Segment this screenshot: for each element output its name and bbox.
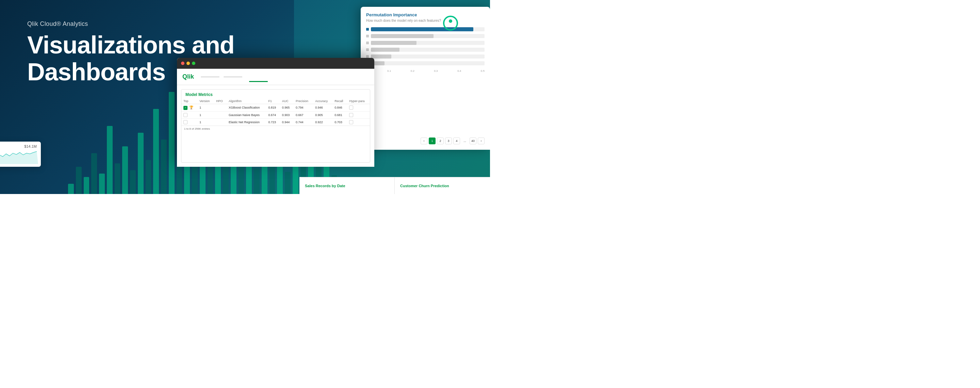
chart-bar [192,165,198,194]
col-hyper: Hyper-para [347,99,370,104]
cell-precision: 0.744 [294,118,313,126]
perm-bar-label [366,48,369,51]
cell-checkbox[interactable] [181,111,197,118]
permutation-bar-row [366,34,485,38]
perm-bar-label [366,41,369,44]
perm-bar-label [366,55,369,58]
cell-hpo [214,111,227,118]
cell-hyper[interactable] [347,118,370,126]
chart-bar [76,167,82,194]
bottom-bar: Sales Records by Date Customer Churn Pre… [299,177,490,194]
sales-records-panel: Sales Records by Date [299,177,395,194]
cell-f1: 0.819 [266,104,280,111]
svg-point-1 [449,19,452,23]
permutation-bar-row [366,41,485,45]
table-row: ✓ 🏆 1 XGBoost Classification 0.819 0.965… [181,104,370,111]
table-header-row: Top Version HPO Algorithm F1 AUC Precisi… [181,99,370,104]
model-metrics-panel: Model Metrics Top Version HPO Algorithm … [181,89,370,163]
cell-accuracy: 0.946 [313,104,332,111]
window-content: Model Metrics Top Version HPO Algorithm … [177,85,374,167]
cell-auc: 0.965 [280,104,294,111]
col-algorithm: Algorithm [227,99,266,104]
customer-churn-panel: Customer Churn Prediction [395,177,490,194]
chart-bar [107,126,113,194]
perm-bar-label [366,28,369,31]
cell-checkbox[interactable] [181,118,197,126]
permutation-bar-row [366,54,485,59]
cell-precision: 0.794 [294,104,313,111]
perm-bar-fill [371,41,417,45]
cell-hpo [214,118,227,126]
nav-tab-active[interactable] [249,81,268,82]
svg-marker-3 [0,151,38,164]
profit-chart [0,150,41,167]
metrics-table: Top Version HPO Algorithm F1 AUC Precisi… [181,99,370,126]
pagination-page-3[interactable]: 3 [445,137,452,144]
cell-f1: 0.674 [266,111,280,118]
cell-recall: 0.846 [332,104,347,111]
cell-version: 1 [197,104,214,111]
table-row: 1 Gaussian Naive Bayes 0.674 0.903 0.667… [181,111,370,118]
hero-subtitle: Qlik Cloud® Analytics [27,21,234,27]
perm-bar-label [366,35,369,37]
profit-chart-svg [0,150,38,164]
chart-bar [99,173,105,194]
cell-hyper[interactable] [347,111,370,118]
pagination-page-1[interactable]: 1 [429,137,436,144]
cell-algorithm: Gaussian Naive Bayes [227,111,266,118]
permutation-panel: Permutation Importance How much does the… [361,7,490,150]
profit-widget: Profit $14.1M [0,142,41,167]
cell-checkbox[interactable]: ✓ 🏆 [181,104,197,111]
sales-records-title: Sales Records by Date [305,184,345,188]
permutation-bar-row [366,61,485,65]
pagination-page-4[interactable]: 4 [453,137,460,144]
cell-version: 1 [197,111,214,118]
chart-bar [153,109,159,194]
profit-value: $14.1M [24,144,37,148]
col-version: Version [197,99,214,104]
cell-recall: 0.681 [332,111,347,118]
chart-bar [122,146,128,194]
cell-auc: 0.944 [280,118,294,126]
cell-auc: 0.903 [280,111,294,118]
cell-hyper[interactable] [347,104,370,111]
col-top: Top [181,99,197,104]
chart-bar [146,160,151,194]
chart-bar [115,163,121,194]
pagination-next[interactable]: › [478,137,485,144]
table-pagination: 1 to 8 of 256K entries [181,126,370,132]
col-recall: Recall [332,99,347,104]
svg-text:lik: lik [459,16,469,30]
permutation-bar-row [366,48,485,52]
cell-algorithm: Elastic Net Regression [227,118,266,126]
chart-bar [68,184,74,194]
cell-f1: 0.723 [266,118,280,126]
permutation-axis: 0 0.1 0.2 0.3 0.4 0.5 [366,68,485,74]
cell-recall: 0.703 [332,118,347,126]
col-accuracy: Accuracy [313,99,332,104]
cell-accuracy: 0.922 [313,118,332,126]
model-metrics-title: Model Metrics [181,89,370,99]
cell-version: 1 [197,118,214,126]
chart-bar [169,92,175,194]
chart-bar [254,169,259,194]
profit-header: Profit $14.1M [0,142,41,150]
perm-bar-container [371,54,485,59]
col-f1: F1 [266,99,280,104]
hero-text: Qlik Cloud® Analytics Visualizations and… [27,21,234,86]
cell-hpo [214,104,227,111]
hero-title-line2: Dashboards [27,58,165,86]
permutation-pagination: ‹ 1 2 3 4 ... 40 › [421,137,485,144]
col-auc: AUC [280,99,294,104]
hero-title: Visualizations and Dashboards [27,32,234,86]
pagination-last[interactable]: 40 [469,137,476,144]
cell-precision: 0.667 [294,111,313,118]
qlik-logo: lik [442,14,469,33]
pagination-prev[interactable]: ‹ [421,137,427,144]
perm-bar-container [371,41,485,45]
customer-churn-title: Customer Churn Prediction [400,184,449,188]
chart-bar [91,153,97,194]
hero-section: Qlik Cloud® Analytics Visualizations and… [0,0,490,194]
pagination-page-2[interactable]: 2 [437,137,444,144]
chart-bar [84,177,89,194]
